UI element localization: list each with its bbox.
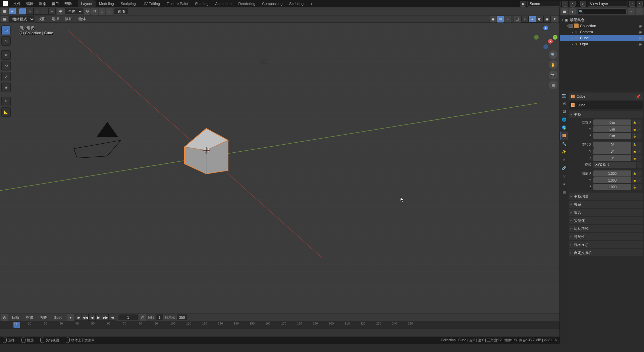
sel-mode-4[interactable]: ▫	[41, 8, 48, 15]
prop-tab-object[interactable]	[560, 132, 568, 140]
expand-icon[interactable]: ▸	[572, 31, 573, 34]
prop-tab-material[interactable]: ●	[560, 180, 568, 188]
panel-custom-header[interactable]: ▸自定义属性	[569, 249, 643, 256]
snap-icon[interactable]: ⊓	[91, 8, 98, 15]
scene-collection-row[interactable]: ▾ ▣ 场景集合	[560, 17, 644, 23]
tool-annotate[interactable]: ✎	[1, 97, 11, 106]
end-frame[interactable]: 250	[176, 314, 188, 321]
scale-z-input[interactable]: 1.000	[593, 184, 631, 190]
viewlayer-delete[interactable]: ×	[637, 1, 643, 7]
vp-menu-add[interactable]: 添加	[62, 16, 75, 21]
loc-x-input[interactable]: 0 m	[593, 119, 631, 125]
expand-icon[interactable]: ▾	[562, 18, 563, 21]
expand-icon[interactable]: ▸	[572, 37, 573, 40]
prop-tab-output[interactable]: 🖨	[560, 99, 568, 107]
clock-icon[interactable]: ◷	[140, 314, 146, 321]
outliner-display-icon[interactable]: ▾	[569, 8, 576, 15]
tl-menu-playback[interactable]: 回放	[9, 315, 22, 320]
rotmode-select[interactable]: XYZ 欧拉	[593, 162, 636, 168]
camera-row[interactable]: ▸ ▽ Camera ◉	[560, 29, 644, 35]
outliner-search-input[interactable]	[577, 8, 627, 14]
tab-modeling[interactable]: Modeling	[96, 0, 117, 7]
vp-menu-view[interactable]: 视图	[36, 16, 48, 21]
options-dropdown[interactable]: 选项	[114, 8, 129, 15]
start-frame[interactable]: 1	[156, 314, 164, 321]
tab-rendering[interactable]: Rendering	[235, 0, 259, 7]
orientation-icon[interactable]: ⊕	[57, 8, 64, 15]
outliner-filter-icon[interactable]: ▿	[628, 8, 635, 15]
anim-icon[interactable]: ·	[637, 119, 642, 125]
pivot-icon[interactable]: ⊙	[84, 8, 91, 15]
pan-icon[interactable]: ✋	[549, 60, 557, 69]
scene-delete[interactable]: ×	[570, 1, 576, 7]
shading-rendered[interactable]: ◉	[543, 16, 551, 22]
lock-icon[interactable]: 🔓	[632, 148, 637, 154]
sel-mode-3[interactable]: ▫	[34, 8, 41, 15]
tab-scripting[interactable]: Scripting	[286, 0, 307, 7]
jump-start-icon[interactable]: ⏮	[75, 314, 82, 321]
lock-icon[interactable]: 🔓	[632, 155, 637, 161]
current-frame[interactable]: 1	[118, 314, 138, 321]
prop-tab-scene[interactable]: 🌐	[560, 115, 568, 123]
lock-icon[interactable]: 🔓	[632, 133, 637, 139]
panel-delta-header[interactable]: ▸变换增量	[569, 193, 643, 200]
vp-menu-select[interactable]: 选择	[49, 16, 62, 21]
prop-edit-icon[interactable]: ○	[106, 8, 113, 15]
scene-icon[interactable]: ◆	[520, 1, 526, 7]
gizmo-minus-z[interactable]	[543, 44, 548, 49]
tool-scale[interactable]: ⤢	[1, 72, 11, 81]
prop-tab-physics[interactable]: ⚛	[560, 156, 568, 164]
prop-tab-particle[interactable]: ✨	[560, 148, 568, 156]
gizmo-x-axis[interactable]: X	[548, 39, 553, 44]
menu-window[interactable]: 窗口	[49, 0, 62, 7]
prop-tab-modifier[interactable]: 🔧	[560, 140, 568, 148]
play-icon[interactable]: ▶	[95, 314, 102, 321]
scale-y-input[interactable]: 1.000	[593, 177, 631, 183]
viewlayer-icon[interactable]: ◇	[580, 1, 586, 7]
vp-editor-type[interactable]: ▦	[1, 16, 8, 22]
timeline-body[interactable]	[0, 329, 559, 337]
menu-file[interactable]: 文件	[11, 0, 23, 7]
prop-tab-viewlayer[interactable]: 🖼	[560, 107, 568, 115]
anim-icon[interactable]: ·	[637, 126, 642, 132]
sel-mode-1[interactable]: ▫	[19, 8, 26, 15]
prev-key-icon[interactable]: ◀◀	[82, 314, 89, 321]
lock-icon[interactable]: 🔓	[632, 119, 637, 125]
scale-x-input[interactable]: 1.000	[593, 170, 631, 177]
menu-help[interactable]: 帮助	[62, 0, 74, 7]
prop-tab-constraint[interactable]: 🔗	[560, 164, 568, 172]
zoom-icon[interactable]: 🔍	[549, 50, 557, 59]
anim-icon[interactable]: ·	[637, 170, 642, 177]
prop-tab-texture[interactable]: ▦	[560, 188, 568, 196]
outliner-new-col-icon[interactable]: ▫	[636, 8, 643, 15]
autokey-icon[interactable]: ●	[67, 314, 74, 321]
lock-icon[interactable]: 🔓	[632, 142, 637, 148]
tool-cursor[interactable]: ⊕	[1, 36, 11, 46]
panel-relations-header[interactable]: ▸关系	[569, 201, 643, 208]
scene-name-input[interactable]	[527, 1, 561, 7]
rot-x-input[interactable]: 0°	[593, 142, 631, 148]
prop-tab-world[interactable]: 🌎	[560, 123, 568, 132]
sel-mode-5[interactable]: ▫	[48, 8, 56, 15]
tool-move[interactable]: ✥	[1, 50, 11, 60]
prop-breadcrumb[interactable]: Cube 📌	[569, 93, 643, 100]
anim-icon[interactable]: ·	[637, 133, 642, 139]
camera-view-icon[interactable]: 📷	[549, 70, 557, 79]
tab-shading[interactable]: Shading	[192, 0, 212, 7]
overlay-toggle[interactable]: ⊙	[504, 16, 511, 22]
viewlayer-new[interactable]: ▫	[629, 1, 635, 7]
lock-icon[interactable]: 🔓	[632, 177, 637, 183]
vp-menu-object[interactable]: 物体	[76, 16, 89, 21]
anim-icon[interactable]: ·	[637, 162, 642, 168]
tl-menu-keying[interactable]: 抠像	[23, 315, 36, 320]
lock-icon[interactable]: 🔓	[632, 170, 637, 177]
cursor-select-btn[interactable]: ▸	[9, 8, 16, 15]
expand-icon[interactable]: ▾	[567, 24, 568, 28]
next-key-icon[interactable]: ▶▶	[102, 314, 109, 321]
scene-new[interactable]: ▫	[562, 1, 568, 7]
expand-icon[interactable]: ▸	[572, 43, 573, 46]
eye-icon[interactable]: ◉	[639, 42, 642, 46]
tool-rotate[interactable]: ⟲	[1, 61, 11, 70]
shading-solid[interactable]: ●	[529, 16, 536, 22]
tl-menu-marker[interactable]: 标记	[52, 315, 64, 320]
